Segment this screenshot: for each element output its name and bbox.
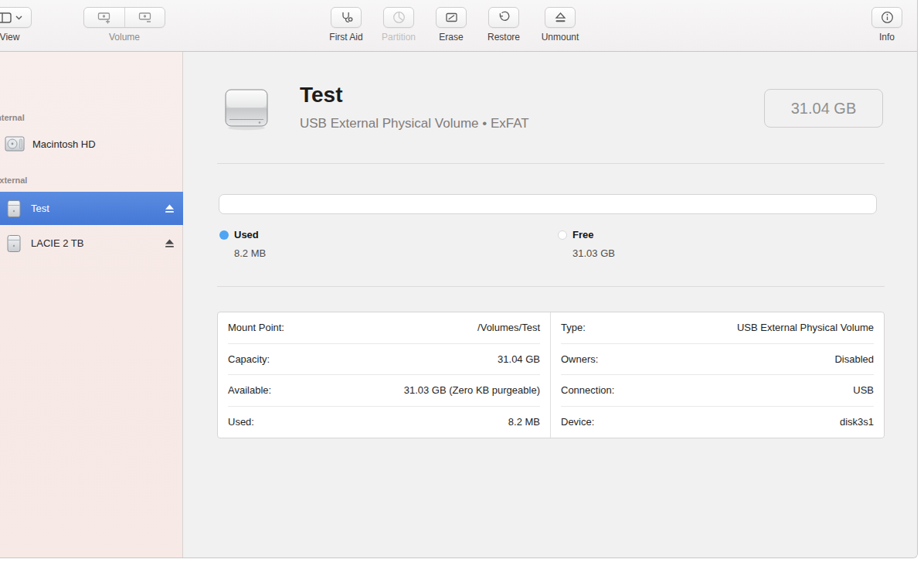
table-row: Capacity:31.04 GB (228, 344, 540, 376)
used-legend-dot (219, 230, 229, 240)
unmount-button-group: Unmount (537, 7, 583, 43)
add-volume-button[interactable] (84, 8, 124, 27)
unmount-button[interactable] (545, 7, 576, 28)
first-aid-button[interactable] (331, 7, 362, 28)
external-disk-icon (5, 199, 23, 219)
row-label: Capacity: (228, 353, 270, 365)
divider (217, 286, 885, 287)
details-left-column: Mount Point:/Volumes/Test Capacity:31.04… (218, 312, 551, 438)
view-button-group: View (0, 7, 32, 43)
info-button-group: Info (865, 7, 909, 43)
restore-arrow-icon (498, 11, 511, 24)
eject-icon (165, 239, 175, 248)
table-row: Owners:Disabled (561, 344, 874, 376)
volume-subtitle: USB External Physical Volume • ExFAT (300, 116, 529, 131)
row-value: USB (853, 384, 874, 396)
free-legend-label: Free (572, 229, 593, 240)
info-label: Info (865, 32, 909, 43)
sidebar-item-label: Test (31, 203, 49, 214)
volume-button-group: Volume (83, 7, 165, 43)
table-row: Used:8.2 MB (228, 407, 540, 438)
sidebar-item-label: Macintosh HD (32, 138, 96, 150)
remove-volume-button[interactable] (124, 8, 165, 27)
stethoscope-icon (340, 11, 353, 24)
sidebar-section-internal: Internal (0, 113, 25, 122)
partition-pie-icon (392, 11, 406, 24)
row-label: Owners: (561, 353, 598, 365)
volume-label: Volume (83, 32, 165, 43)
first-aid-button-group: First Aid (324, 7, 369, 43)
restore-button-group: Restore (481, 7, 526, 43)
screen: View Volume First Aid Partition (0, 0, 924, 566)
main-content: Test USB External Physical Volume • ExFA… (183, 52, 918, 558)
sidebar-section-external: External (0, 176, 27, 185)
partition-label: Partition (376, 32, 421, 43)
capacity-bar (219, 194, 877, 214)
volume-disk-icon (222, 83, 271, 132)
row-value: 31.04 GB (498, 353, 540, 365)
sidebar-item-lacie-2-tb[interactable]: LACIE 2 TB (0, 227, 183, 260)
row-value: disk3s1 (840, 416, 874, 428)
table-row: Available:31.03 GB (Zero KB purgeable) (228, 375, 540, 407)
partition-button[interactable] (383, 7, 414, 28)
sidebar-item-test[interactable]: Test (0, 192, 183, 225)
volume-segmented-control (83, 7, 165, 28)
row-value: /Volumes/Test (477, 322, 540, 333)
info-button[interactable] (871, 7, 902, 28)
free-legend-dot (558, 230, 567, 240)
unmount-label: Unmount (537, 32, 583, 43)
info-icon (881, 11, 894, 24)
sidebar: Internal Macintosh HD External Test LACI… (0, 52, 183, 558)
used-legend-label: Used (234, 229, 259, 240)
restore-label: Restore (481, 32, 526, 43)
table-row: Type:USB External Physical Volume (561, 312, 874, 344)
erase-button[interactable] (436, 7, 467, 28)
partition-button-group: Partition (376, 7, 421, 43)
table-row: Mount Point:/Volumes/Test (228, 312, 540, 344)
volume-title: Test (300, 83, 343, 107)
first-aid-label: First Aid (324, 32, 369, 43)
row-label: Connection: (561, 384, 614, 396)
row-label: Available: (228, 384, 271, 396)
row-value: Disabled (834, 353, 874, 365)
external-disk-icon (5, 234, 23, 254)
erase-label: Erase (433, 32, 469, 43)
erase-button-group: Erase (433, 7, 469, 43)
row-label: Type: (561, 322, 586, 333)
volume-details-table: Mount Point:/Volumes/Test Capacity:31.04… (217, 312, 885, 438)
row-label: Mount Point: (228, 322, 284, 333)
volume-plus-icon (97, 12, 111, 24)
erase-pencil-icon (445, 11, 458, 24)
eject-button[interactable] (165, 204, 175, 213)
chevron-down-icon (15, 15, 22, 20)
row-value: 31.03 GB (Zero KB purgeable) (404, 384, 540, 396)
table-row: Connection:USB (561, 375, 874, 407)
details-right-column: Type:USB External Physical Volume Owners… (551, 312, 884, 438)
restore-button[interactable] (488, 7, 519, 28)
eject-icon (165, 204, 175, 213)
view-button[interactable] (0, 7, 32, 28)
eject-icon (555, 12, 566, 23)
divider (217, 163, 885, 164)
sidebar-layout-icon (0, 12, 12, 23)
row-value: 8.2 MB (508, 416, 540, 428)
view-label: View (0, 32, 32, 43)
eject-button[interactable] (165, 239, 175, 248)
disk-utility-window: View Volume First Aid Partition (0, 0, 918, 558)
sidebar-item-macintosh-hd[interactable]: Macintosh HD (0, 129, 183, 159)
free-legend-value: 31.03 GB (572, 247, 615, 259)
internal-disk-icon (5, 135, 25, 152)
volume-size-badge: 31.04 GB (764, 89, 883, 128)
row-value: USB External Physical Volume (737, 322, 874, 333)
table-row: Device:disk3s1 (561, 407, 874, 438)
sidebar-item-label: LACIE 2 TB (31, 237, 83, 249)
row-label: Used: (228, 416, 254, 428)
used-legend-value: 8.2 MB (234, 247, 266, 259)
volume-minus-icon (138, 12, 152, 24)
row-label: Device: (561, 416, 594, 428)
toolbar: View Volume First Aid Partition (0, 0, 917, 52)
